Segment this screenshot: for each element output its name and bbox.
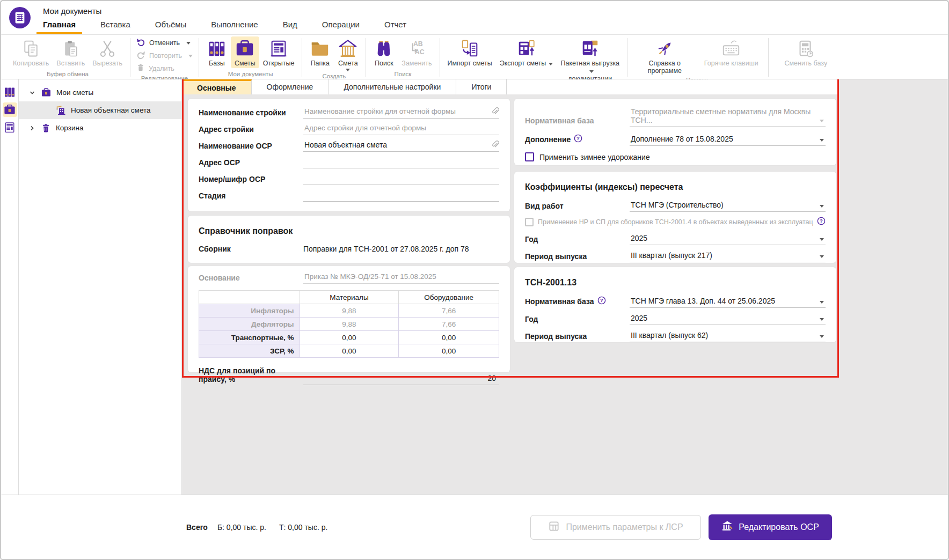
osr-number-input[interactable] xyxy=(303,174,499,185)
normative-base-select[interactable]: Территориальные сметные нормативы для Мо… xyxy=(630,107,826,127)
tab-dop-nastroyki[interactable]: Дополнительные настройки xyxy=(328,79,456,94)
stage-input[interactable] xyxy=(303,190,499,202)
svg-text:AB: AB xyxy=(413,40,423,48)
strip-estimates-button[interactable] xyxy=(3,102,17,117)
menu-tab-vypolnenie[interactable]: Выполнение xyxy=(211,19,258,34)
basis-input[interactable]: Приказ № МКЭ-ОД/25-71 от 15.08.2025 xyxy=(303,272,499,284)
tree-item-trash[interactable]: Корзина xyxy=(19,119,181,137)
copy-button[interactable]: Копировать xyxy=(9,36,53,68)
delete-button[interactable]: Удалить xyxy=(136,63,193,73)
inflators-materials-cell[interactable]: 9,88 xyxy=(300,304,399,318)
strip-open-docs-button[interactable] xyxy=(3,120,17,135)
deflators-equipment-cell[interactable]: 7,66 xyxy=(399,318,499,331)
question-icon[interactable]: ? xyxy=(597,296,606,306)
estimates-button[interactable]: Сметы xyxy=(231,36,259,68)
coefficients-title: Коэффициенты (индексы) пересчета xyxy=(525,182,826,192)
batch-export-button[interactable]: Пакетная выгрузкадокументации xyxy=(557,36,623,84)
tab-itogi[interactable]: Итоги xyxy=(456,79,507,94)
menu-tab-operacii[interactable]: Операции xyxy=(322,19,360,34)
tree-item-new-object-estimate[interactable]: Новая объектная смета xyxy=(19,101,181,119)
search-button[interactable]: Поиск xyxy=(370,36,398,68)
hotkeys-button[interactable]: Горячие клавиши xyxy=(698,36,764,68)
osr-name-input[interactable]: Новая объектная смета xyxy=(303,141,499,152)
replace-button[interactable]: ABAC Заменить xyxy=(398,36,435,68)
field-label: Номер/шифр ОСР xyxy=(199,175,303,185)
undo-button[interactable]: Отменить xyxy=(136,38,193,48)
tab-oformlenie[interactable]: Оформление xyxy=(252,79,329,94)
binoculars-icon xyxy=(374,38,394,60)
menu-tab-vid[interactable]: Вид xyxy=(283,19,297,34)
group-help: Справка о программе Горячие клавиши Помо… xyxy=(627,36,768,79)
export-estimate-button[interactable]: Экспорт сметы xyxy=(496,36,557,68)
panel-tabs: Основные Оформление Дополнительные настр… xyxy=(182,79,839,94)
winter-cost-checkbox[interactable]: Применить зимнее удорожание xyxy=(525,152,826,161)
tree-item-label: Мои сметы xyxy=(56,89,93,97)
card-indices: Основание Приказ № МКЭ-ОД/25-71 от 15.08… xyxy=(188,266,510,372)
sbornik-value[interactable]: Поправки для ТСН-2001 от 27.08.2025 г. д… xyxy=(303,245,469,255)
deflators-materials-cell[interactable]: 9,88 xyxy=(300,318,399,331)
replace-icon: ABAC xyxy=(406,38,427,60)
chevron-right-icon[interactable] xyxy=(29,125,36,131)
new-folder-button[interactable]: Папка xyxy=(306,36,334,68)
paste-button[interactable]: Вставить xyxy=(53,36,89,68)
change-base-button[interactable]: Сменить базу xyxy=(772,36,839,68)
tab-osnovnye[interactable]: Основные xyxy=(182,79,252,94)
new-estimate-button[interactable]: Смета xyxy=(334,36,362,72)
field-label: Нормативная база xyxy=(525,116,630,127)
paperclip-icon[interactable] xyxy=(491,107,499,116)
coeff-year-select[interactable]: 2025 xyxy=(630,234,826,245)
field-label: Стадия xyxy=(199,191,303,202)
inflators-equipment-cell[interactable]: 7,66 xyxy=(399,304,499,318)
rocket-icon xyxy=(654,38,675,60)
vat-input[interactable]: 20 xyxy=(303,374,499,385)
menu-tab-glavnaya[interactable]: Главная xyxy=(43,19,76,34)
import-estimate-button[interactable]: Импорт сметы xyxy=(444,36,496,68)
question-icon[interactable]: ? xyxy=(574,134,582,144)
tsn13-base-select[interactable]: ТСН МГЭ глава 13. Доп. 44 от 25.06.2025 xyxy=(630,297,826,308)
chevron-down-icon xyxy=(820,139,824,142)
about-button[interactable]: Справка о программе xyxy=(631,36,698,76)
edit-osr-button[interactable]: Редактировать ОСР xyxy=(709,514,832,540)
question-icon[interactable]: ? xyxy=(817,217,826,227)
nr-sp-checkbox[interactable]: Применение НР и СП для сборников ТСН-200… xyxy=(525,217,826,227)
folder-icon xyxy=(310,38,330,60)
zsr-equipment-cell[interactable]: 0,00 xyxy=(399,344,499,358)
menu-tab-obyomy[interactable]: Объёмы xyxy=(155,19,187,34)
app-logo-icon[interactable] xyxy=(9,6,31,29)
group-clipboard: Копировать Вставить Вырезать Буфер обмен… xyxy=(5,36,130,79)
tree-item-my-estimates[interactable]: Мои сметы xyxy=(19,84,181,101)
export-icon xyxy=(516,38,537,60)
work-type-select[interactable]: ТСН МГЭ (Строительство) xyxy=(630,201,826,212)
group-create: Папка Смета Создать xyxy=(302,36,366,79)
chevron-down-icon[interactable] xyxy=(29,90,36,96)
content-area: Основные Оформление Дополнительные настр… xyxy=(182,79,948,495)
cut-button[interactable]: Вырезать xyxy=(89,36,126,68)
osr-address-input[interactable] xyxy=(303,157,499,168)
construction-name-input[interactable]: Наименование стройки для отчетной формы xyxy=(303,107,499,119)
strip-bases-button[interactable] xyxy=(3,85,17,99)
supplement-select[interactable]: Дополнение 78 от 15.08.2025 xyxy=(630,135,826,146)
apply-params-button[interactable]: Применить параметры к ЛСР xyxy=(530,515,701,540)
open-docs-icon xyxy=(3,121,16,134)
card-tsn13: ТСН-2001.13 Нормативная база? ТСН МГЭ гл… xyxy=(514,267,836,342)
open-docs-button[interactable]: Открытые xyxy=(259,36,298,68)
transport-equipment-cell[interactable]: 0,00 xyxy=(399,331,499,344)
bases-button[interactable]: Базы xyxy=(203,36,231,68)
construction-address-input[interactable]: Адрес стройки для отчетной формы xyxy=(303,124,499,135)
group-search: Поиск ABAC Заменить Поиск xyxy=(366,36,439,79)
menu-tab-vstavka[interactable]: Вставка xyxy=(100,19,130,34)
zsr-materials-cell[interactable]: 0,00 xyxy=(300,344,399,358)
redo-button[interactable]: Повторить xyxy=(136,50,193,61)
keyboard-icon xyxy=(721,38,741,60)
transport-materials-cell[interactable]: 0,00 xyxy=(300,331,399,344)
coeff-period-select[interactable]: III квартал (выпуск 217) xyxy=(630,251,826,262)
paste-icon xyxy=(61,38,81,60)
undo-icon xyxy=(136,38,145,48)
tsn13-period-select[interactable]: III квартал (выпуск 62) xyxy=(630,331,826,342)
building-crane-icon xyxy=(55,105,66,116)
paperclip-icon[interactable] xyxy=(491,140,499,150)
tsn13-year-select[interactable]: 2025 xyxy=(630,314,826,325)
menu-tab-otchet[interactable]: Отчет xyxy=(384,19,406,34)
copy-icon xyxy=(21,38,41,60)
briefcase-icon xyxy=(3,104,16,116)
